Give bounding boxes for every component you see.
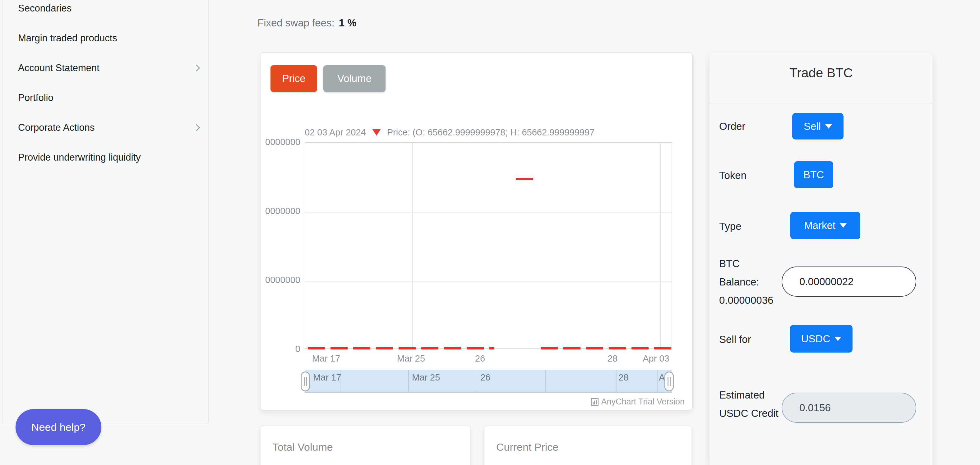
scroller-right-handle[interactable]	[664, 371, 674, 391]
price-plot-area[interactable]	[305, 142, 672, 349]
tab-price[interactable]: Price	[270, 65, 317, 92]
scroller-label: 28	[619, 373, 628, 383]
y-axis-tick: 0000000	[261, 275, 300, 285]
x-axis-tick: Mar 25	[397, 354, 425, 364]
current-price-card: Current Price	[484, 425, 692, 465]
sidebar-item-label: Margin traded products	[18, 33, 117, 44]
trade-panel: Trade BTC Order Sell Token BTC Type Mark…	[710, 52, 933, 465]
price-series-dash-segment	[308, 347, 494, 349]
chart-legend: 02 03 Apr 2024 Price: (O: 65662.99999999…	[305, 125, 673, 140]
sidebar-item-label: Corporate Actions	[18, 122, 94, 133]
y-axis-tick: 0000000	[261, 137, 300, 147]
fixed-swap-fees: Fixed swap fees: 1 %	[258, 17, 356, 29]
scroller-separator	[657, 370, 658, 392]
trade-panel-divider	[710, 103, 932, 103]
anychart-watermark: AnyChart Trial Version	[591, 397, 685, 406]
legend-date-range: 02 03 Apr 2024	[305, 127, 366, 138]
total-volume-card: Total Volume	[260, 425, 471, 465]
scroller-separator	[545, 370, 546, 392]
x-axis-tick: 26	[475, 354, 485, 364]
sidebar-item-portfolio[interactable]: Portfolio	[3, 83, 208, 113]
trade-panel-title: Trade BTC	[710, 65, 932, 81]
sell-for-value: USDC	[801, 333, 830, 345]
token-button[interactable]: BTC	[794, 161, 833, 188]
estimated-credit-input	[782, 393, 916, 423]
current-price-title: Current Price	[496, 441, 558, 453]
need-help-button[interactable]: Need help?	[16, 409, 101, 445]
token-value: BTC	[803, 169, 824, 181]
chart-range-scroller[interactable]: Mar 17 Mar 25 26 28 A	[305, 370, 672, 393]
sidebar-item-label: Provide underwriting liquidity	[18, 152, 141, 163]
sell-amount-input[interactable]	[782, 267, 916, 297]
falling-triangle-icon	[372, 129, 381, 136]
x-axis-tick: 28	[608, 354, 617, 364]
order-label: Order	[719, 121, 745, 132]
legend-series-text: Price: (O: 65662.9999999978; H: 65662.99…	[387, 127, 595, 138]
x-axis-tick: Mar 17	[312, 354, 340, 364]
caret-down-icon	[835, 337, 842, 341]
total-volume-title: Total Volume	[272, 441, 333, 453]
page: Secondaries Margin traded products Accou…	[0, 0, 980, 465]
sidebar-item-provide-underwriting-liquidity[interactable]: Provide underwriting liquidity	[3, 143, 208, 172]
plot-gridline-vertical	[412, 143, 413, 349]
sell-for-label: Sell for	[719, 333, 751, 345]
plot-gridline-horizontal	[305, 281, 671, 281]
fees-value: 1 %	[339, 17, 356, 29]
scroller-label: A	[659, 373, 665, 383]
scroller-separator	[617, 370, 617, 392]
sidebar-item-corporate-actions[interactable]: Corporate Actions	[3, 113, 208, 143]
estimated-credit-label: Estimated USDC Credit	[719, 386, 780, 422]
bar-chart-icon	[591, 398, 598, 406]
chart-card: Price Volume 02 03 Apr 2024 Price: (O: 6…	[260, 52, 693, 411]
price-series-dash-segment	[541, 347, 672, 349]
plot-gridline-horizontal	[305, 212, 671, 213]
sell-for-dropdown[interactable]: USDC	[790, 325, 853, 352]
order-side-value: Sell	[804, 121, 821, 132]
scroller-label: 26	[480, 373, 490, 383]
sidebar-item-margin-traded-products[interactable]: Margin traded products	[3, 23, 208, 53]
type-label: Type	[719, 221, 741, 232]
watermark-text: AnyChart Trial Version	[601, 397, 685, 406]
y-axis-tick: 0	[261, 344, 300, 354]
sidebar: Secondaries Margin traded products Accou…	[3, 0, 209, 424]
scroller-label: Mar 17	[313, 373, 341, 383]
fees-label: Fixed swap fees:	[258, 17, 334, 29]
token-label: Token	[719, 170, 746, 181]
plot-gridline-vertical	[660, 143, 661, 349]
sidebar-item-account-statement[interactable]: Account Statement	[3, 53, 208, 83]
scroller-left-handle[interactable]	[301, 371, 310, 391]
sidebar-item-label: Secondaries	[18, 3, 72, 14]
price-candle-dash	[516, 178, 533, 180]
btc-balance-label: BTC Balance: 0.00000036	[719, 254, 780, 309]
scroller-separator	[477, 370, 477, 392]
chevron-right-icon	[193, 65, 200, 72]
sidebar-item-label: Portfolio	[18, 92, 54, 103]
x-axis-tick: Apr 03	[643, 354, 669, 364]
sidebar-item-label: Account Statement	[18, 62, 100, 74]
sidebar-item-secondaries[interactable]: Secondaries	[3, 0, 208, 23]
caret-down-icon	[840, 223, 846, 228]
chevron-right-icon	[193, 124, 200, 132]
order-side-dropdown[interactable]: Sell	[792, 113, 843, 140]
caret-down-icon	[825, 124, 832, 129]
scroller-separator	[408, 370, 409, 392]
tab-volume[interactable]: Volume	[323, 65, 385, 92]
order-type-dropdown[interactable]: Market	[790, 212, 860, 239]
order-type-value: Market	[804, 220, 835, 232]
y-axis-tick: 0000000	[261, 206, 300, 216]
scroller-label: Mar 25	[412, 373, 440, 383]
